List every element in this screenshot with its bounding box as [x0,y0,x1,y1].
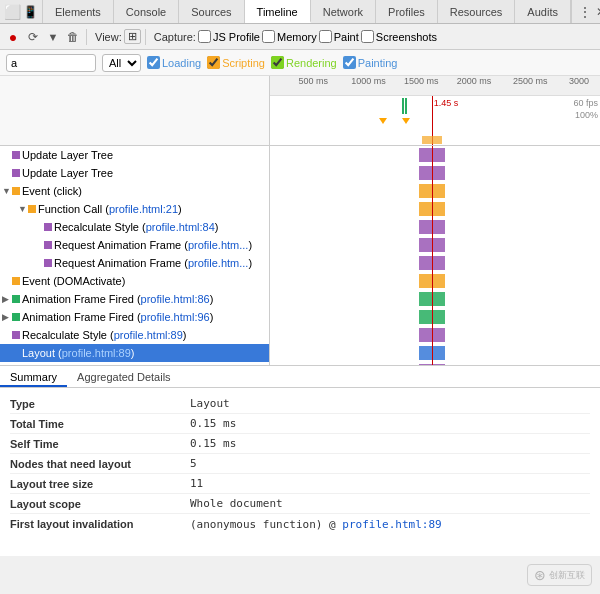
tab-timeline[interactable]: Timeline [245,0,311,23]
event-label: Event (click) [22,185,82,197]
details-value: Whole document [190,497,283,510]
loading-checkbox[interactable]: Loading [147,56,201,69]
pct-label: 100% [575,110,598,120]
event-row[interactable]: Request Animation Frame (profile.htm...) [0,254,269,272]
event-link[interactable]: profile.html:21 [109,203,178,215]
event-row[interactable]: ▶ Animation Frame Fired (profile.html:96… [0,308,269,326]
event-arrow [2,276,12,286]
event-label: Event (DOMActivate) [22,275,125,287]
tab-resources[interactable]: Resources [438,0,516,23]
tab-profiles[interactable]: Profiles [376,0,438,23]
filter-button[interactable]: ▼ [44,28,62,46]
vline-1 [402,98,404,114]
details-key: Type [10,398,190,410]
tab-console[interactable]: Console [114,0,179,23]
search-input[interactable] [6,54,96,72]
event-row[interactable]: Update Layer Tree [0,362,269,365]
event-row[interactable]: Recalculate Style (profile.html:84) [0,218,269,236]
event-row[interactable]: ▼ Event (click) [0,182,269,200]
event-arrow [34,240,44,250]
details-value: 0.15 ms [190,417,236,430]
js-profile-checkbox[interactable]: JS Profile [198,30,260,43]
ruler-tick-4: 2000 ms [455,76,492,86]
details-key: Nodes that need layout [10,458,190,470]
event-arrow: ▼ [18,204,28,214]
event-arrow [34,222,44,232]
event-row[interactable]: ▼ Function Call (profile.html:21) [0,200,269,218]
delete-button[interactable]: 🗑 [64,28,82,46]
painting-checkbox[interactable]: Painting [343,56,398,69]
view-label: View: [95,31,122,43]
event-label: Update Layer Tree [22,167,113,179]
details-row: Total Time 0.15 ms [10,414,590,434]
tab-audits[interactable]: Audits [515,0,571,23]
watermark-symbol: ⊛ [534,567,546,583]
tab-network[interactable]: Network [311,0,376,23]
event-color-box [12,151,20,159]
event-arrow [2,150,12,160]
details-tab-summary[interactable]: Summary [0,366,67,387]
details-row: Layout tree size 11 [10,474,590,494]
orange-bar [422,136,442,144]
clear-button[interactable]: ⟳ [24,28,42,46]
event-row[interactable]: ▶ Animation Frame Fired (profile.html:86… [0,290,269,308]
details-link[interactable]: profile.html:89 [342,518,441,531]
view-toggle[interactable]: ⊞ [124,29,141,44]
record-button[interactable]: ● [4,28,22,46]
event-link[interactable]: profile.html:86 [141,293,210,305]
event-row[interactable]: Layout (profile.html:89) [0,344,269,362]
mobile-icon[interactable]: 📱 [23,5,38,19]
event-link[interactable]: profile.html:96 [141,311,210,323]
details-value: 5 [190,457,197,470]
event-color-box [12,169,20,177]
capture-label: Capture: [154,31,196,43]
ruler-tick-6: 3000 [567,76,589,86]
close-icon[interactable]: ✕ [596,5,600,19]
tab-elements[interactable]: Elements [43,0,114,23]
details-row: First layout invalidation (anonymous fun… [10,514,590,534]
ruler-tick-1: 500 ms [296,76,328,86]
event-link[interactable]: profile.html:89 [114,329,183,341]
event-row[interactable]: Recalculate Style (profile.html:89) [0,326,269,344]
event-arrow [34,258,44,268]
event-color-box [12,331,20,339]
fps-label: 60 fps [573,98,598,108]
watermark-text: 创新互联 [549,569,585,582]
event-label: Layout (profile.html:89) [22,347,135,359]
scripting-checkbox[interactable]: Scripting [207,56,265,69]
event-arrow [2,348,12,358]
paint-checkbox[interactable]: Paint [319,30,359,43]
details-tab-aggregated-details[interactable]: Aggregated Details [67,366,181,387]
event-row[interactable]: Update Layer Tree [0,146,269,164]
tab-sources[interactable]: Sources [179,0,244,23]
event-link[interactable]: profile.html:84 [146,221,215,233]
event-arrow [2,168,12,178]
overflow-icon[interactable]: ⋮ [578,4,592,20]
rendering-checkbox[interactable]: Rendering [271,56,337,69]
ruler-tick-5: 2500 ms [511,76,548,86]
event-row[interactable]: Request Animation Frame (profile.htm...) [0,236,269,254]
event-row[interactable]: Update Layer Tree [0,164,269,182]
event-link[interactable]: profile.htm... [188,239,249,251]
event-color-box [12,187,20,195]
filter-select[interactable]: All [102,54,141,72]
ruler-tick-3: 1500 ms [402,76,439,86]
event-color-box [12,277,20,285]
event-link[interactable]: profile.htm... [188,257,249,269]
event-link[interactable]: profile.html:89 [62,347,131,359]
memory-checkbox[interactable]: Memory [262,30,317,43]
details-key: First layout invalidation [10,518,190,530]
details-key: Total Time [10,418,190,430]
triangle-1 [379,118,387,124]
details-row: Type Layout [10,394,590,414]
events-selected-line [432,146,433,365]
event-color-box [12,295,20,303]
event-color-box [12,313,20,321]
event-label: Animation Frame Fired (profile.html:96) [22,311,213,323]
event-row[interactable]: Event (DOMActivate) [0,272,269,290]
inspect-icon[interactable]: ⬜ [4,4,21,20]
event-color-box [44,241,52,249]
screenshots-checkbox[interactable]: Screenshots [361,30,437,43]
details-key: Layout tree size [10,478,190,490]
event-arrow: ▼ [2,186,12,196]
